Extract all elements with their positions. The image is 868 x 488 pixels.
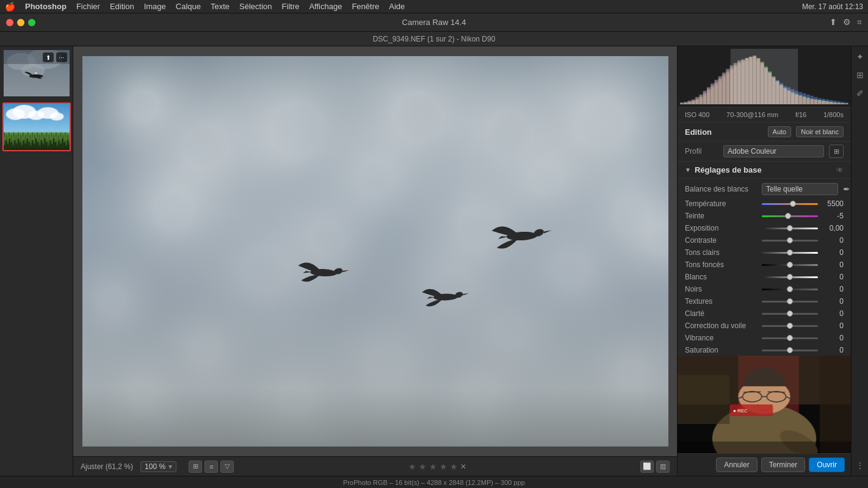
menu-texte[interactable]: Texte <box>211 2 230 11</box>
star-1[interactable]: ★ <box>408 462 416 472</box>
menu-filtre[interactable]: Filtre <box>282 2 300 11</box>
slider-thumb-10[interactable] <box>787 323 793 329</box>
crop-icon[interactable]: ⌗ <box>857 17 862 27</box>
thumb-more-btn[interactable]: ··· <box>56 52 67 62</box>
apple-menu[interactable]: 🍎 <box>5 2 15 12</box>
slider-track-10[interactable] <box>762 325 818 327</box>
slider-value-6: 0 <box>822 273 844 281</box>
profil-grid-button[interactable]: ⊞ <box>829 145 844 158</box>
status-bar: ProPhoto RGB – 16 bit(s) – 4288 x 2848 (… <box>0 476 868 488</box>
slider-label-2: Exposition <box>685 224 758 232</box>
thumb-upload-btn[interactable]: ⬆ <box>43 52 54 62</box>
balance-select[interactable]: Telle quelle Comme prise de vue Lumière … <box>762 183 838 195</box>
menu-photoshop[interactable]: Photoshop <box>25 2 67 11</box>
list-view-btn[interactable]: ≡ <box>204 461 218 473</box>
menu-fenetre[interactable]: Fenêtre <box>352 2 379 11</box>
slider-track-3[interactable] <box>762 240 818 242</box>
profil-label: Profil <box>685 147 718 156</box>
auto-button[interactable]: Auto <box>768 126 792 137</box>
slider-track-11[interactable] <box>762 337 818 339</box>
slider-thumb-12[interactable] <box>787 347 793 353</box>
zoom-label: Ajuster (61,2 %) <box>81 462 133 471</box>
pipette-button[interactable]: ✒ <box>842 184 851 194</box>
slider-thumb-11[interactable] <box>787 335 793 341</box>
slider-row-1: Teinte-5 <box>678 210 851 222</box>
star-5[interactable]: ★ <box>450 462 458 472</box>
annuler-button[interactable]: Annuler <box>716 458 757 472</box>
star-4[interactable]: ★ <box>439 462 447 472</box>
rt-tool-4[interactable]: ⋮ <box>853 459 867 472</box>
menu-edition[interactable]: Edition <box>110 2 134 11</box>
slider-track-7[interactable] <box>762 289 818 290</box>
file-info: DSC_9349.NEF (1 sur 2) - Nikon D90 <box>373 35 496 43</box>
slider-row-7: Noirs0 <box>678 283 851 295</box>
slider-thumb-2[interactable] <box>787 225 793 231</box>
slider-row-12: Saturation0 <box>678 344 851 356</box>
single-view-btn[interactable]: ⬜ <box>640 461 654 473</box>
slider-row-6: Blancs0 <box>678 271 851 283</box>
slider-thumb-3[interactable] <box>787 237 793 243</box>
slider-row-3: Contraste0 <box>678 234 851 246</box>
slider-row-11: Vibrance0 <box>678 332 851 344</box>
terminer-button[interactable]: Terminer <box>761 458 806 472</box>
window-title: Camera Raw 14.4 <box>402 18 466 27</box>
slider-thumb-4[interactable] <box>787 249 793 256</box>
slider-thumb-8[interactable] <box>787 298 793 304</box>
compare-view-btn[interactable]: ▥ <box>656 461 670 473</box>
slider-label-3: Contraste <box>685 236 758 245</box>
slider-label-1: Teinte <box>685 212 758 220</box>
slider-value-8: 0 <box>822 297 844 306</box>
slider-track-2[interactable] <box>762 228 818 229</box>
slider-track-5[interactable] <box>762 264 818 266</box>
slider-track-4[interactable] <box>762 252 818 254</box>
settings-icon[interactable]: ⚙ <box>843 17 851 27</box>
menu-calque[interactable]: Calque <box>176 2 201 11</box>
slider-track-9[interactable] <box>762 313 818 315</box>
slider-track-1[interactable] <box>762 215 818 217</box>
slider-track-0[interactable] <box>762 203 818 205</box>
window-minimize-button[interactable] <box>17 19 24 26</box>
grid-view-btn[interactable]: ⊞ <box>189 461 202 473</box>
share-icon[interactable]: ⬆ <box>830 17 837 27</box>
slider-track-8[interactable] <box>762 301 818 303</box>
slider-thumb-7[interactable] <box>787 286 793 292</box>
filmstrip-thumb-2[interactable] <box>2 102 71 151</box>
slider-thumb-1[interactable] <box>785 213 791 219</box>
star-3[interactable]: ★ <box>429 462 437 472</box>
window-maximize-button[interactable] <box>28 19 35 26</box>
view-toggle: ⬜ ▥ <box>640 461 670 473</box>
menu-image[interactable]: Image <box>144 2 166 11</box>
slider-value-0: 5500 <box>822 199 844 208</box>
slider-value-11: 0 <box>822 334 844 342</box>
zoom-value[interactable]: 100 % ▾ <box>140 461 176 472</box>
basic-section-header[interactable]: ▼ Réglages de base 👁 <box>678 162 851 179</box>
window-close-button[interactable] <box>6 19 13 26</box>
eye-icon[interactable]: 👁 <box>836 166 844 174</box>
menu-affichage[interactable]: Affichage <box>309 2 342 11</box>
delete-icon[interactable]: ✕ <box>460 462 466 471</box>
ouvrir-button[interactable]: Ouvrir <box>809 458 845 472</box>
subtitle-bar: DSC_9349.NEF (1 sur 2) - Nikon D90 <box>0 32 868 46</box>
slider-row-4: Tons clairs0 <box>678 246 851 259</box>
menu-selection[interactable]: Sélection <box>239 2 272 11</box>
rt-tool-2[interactable]: ⊞ <box>853 68 867 82</box>
slider-track-12[interactable] <box>762 350 818 351</box>
slider-label-11: Vibrance <box>685 334 758 342</box>
rt-tool-1[interactable]: ✦ <box>853 50 867 63</box>
rt-tool-3[interactable]: ✐ <box>853 87 867 100</box>
slider-thumb-6[interactable] <box>787 274 793 280</box>
bw-button[interactable]: Noir et blanc <box>796 126 844 137</box>
profil-select[interactable]: Adobe Couleur Adobe Paysage Adobe Portra… <box>723 145 824 157</box>
menu-aide[interactable]: Aide <box>389 2 405 11</box>
star-2[interactable]: ★ <box>419 462 427 472</box>
slider-thumb-5[interactable] <box>787 262 793 268</box>
slider-thumb-9[interactable] <box>787 310 793 317</box>
menu-fichier[interactable]: Fichier <box>76 2 100 11</box>
filter-btn[interactable]: ▽ <box>220 461 234 473</box>
slider-value-9: 0 <box>822 309 844 318</box>
slider-row-0: Température5500 <box>678 198 851 210</box>
slider-label-0: Température <box>685 199 758 208</box>
slider-track-6[interactable] <box>762 276 818 278</box>
slider-thumb-0[interactable] <box>790 201 796 207</box>
filmstrip-thumb-1[interactable]: ⬆ ··· <box>2 49 71 98</box>
